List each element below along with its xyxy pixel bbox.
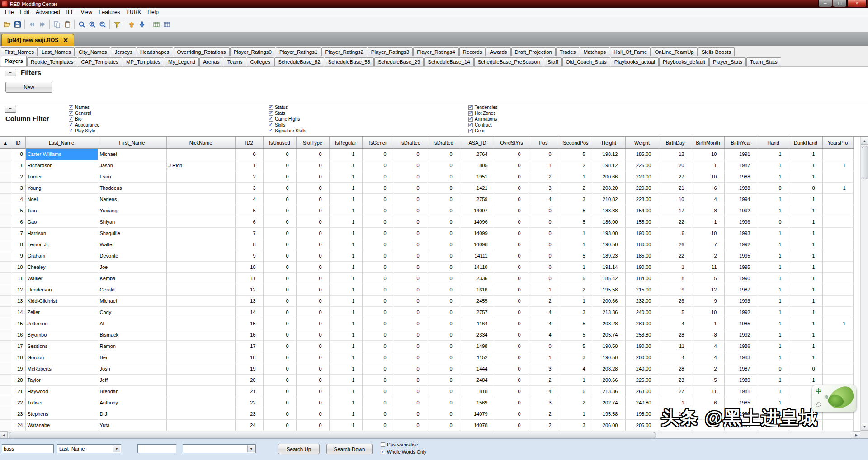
cell[interactable]: 0 [263,171,296,183]
checkbox[interactable] [468,123,473,127]
row-marker[interactable] [0,363,11,375]
cell[interactable]: 0 [427,205,460,216]
cell[interactable]: Shiyan [98,216,166,228]
row-marker[interactable] [0,375,11,386]
cell[interactable]: 0 [528,262,559,273]
cell[interactable]: 155.00 [625,216,659,228]
cell[interactable]: 0 [427,363,460,375]
cell[interactable]: Cody [98,307,166,318]
cell[interactable]: 14111 [460,250,495,262]
cell[interactable]: 1 [329,408,362,420]
cell[interactable]: 190.50 [593,239,625,250]
cell[interactable]: 4 [235,194,263,205]
cell[interactable]: 228.00 [625,194,659,205]
cell[interactable]: 1164 [460,318,495,329]
cell[interactable] [166,250,235,262]
cell[interactable]: 0 [495,318,528,329]
row-marker[interactable] [0,386,11,397]
cell[interactable]: 0 [362,307,394,318]
cell[interactable]: 0 [427,420,460,431]
cell[interactable]: 1 [559,228,593,239]
cell[interactable]: 1 [329,171,362,183]
cell[interactable]: Taylor [25,375,98,386]
cell[interactable]: Turner [25,171,98,183]
cell[interactable]: 5 [559,250,593,262]
search-up-button[interactable]: Search Up [278,444,320,454]
cell[interactable]: 0 [495,420,528,431]
cell[interactable]: 0 [394,228,427,239]
cell[interactable]: 1986 [724,341,758,352]
cell[interactable]: 26 [659,239,692,250]
cell[interactable]: 0 [296,250,329,262]
cell[interactable]: 1995 [724,250,758,262]
cell[interactable]: 0 [528,205,559,216]
cell[interactable] [166,171,235,183]
cell[interactable]: 10 [11,262,25,273]
cell[interactable]: 0 [362,250,394,262]
minimize-button[interactable]: ─ [818,0,832,7]
cell[interactable]: 1 [789,160,822,171]
cell[interactable]: 2 [11,171,25,183]
cell[interactable]: Ben [98,352,166,363]
cell[interactable]: 4 [528,329,559,341]
cell[interactable]: 5 [559,318,593,329]
cell[interactable]: 1 [329,329,362,341]
tab-staff[interactable]: Staff [544,57,561,66]
checkbox[interactable] [69,105,73,110]
cell[interactable]: 0 [296,408,329,420]
cell[interactable]: 0 [495,273,528,284]
column-header-isdrafted[interactable]: IsDrafted [427,137,460,149]
cell[interactable]: 1 [758,228,789,239]
cell[interactable]: 2 [559,160,593,171]
zoom-icon[interactable] [76,19,87,30]
cell[interactable]: 0 [263,228,296,239]
cell[interactable]: 208.28 [593,363,625,375]
nav-forward-icon[interactable] [37,19,47,30]
cell[interactable]: 12 [692,284,724,296]
cell[interactable]: 0 [495,183,528,194]
cell[interactable]: 1 [789,352,822,363]
cell[interactable]: 0 [758,183,789,194]
cell[interactable]: 1 [789,171,822,183]
cell[interactable]: 0 [362,171,394,183]
column-header-hand[interactable]: Hand [758,137,789,149]
cell[interactable]: 0 [427,239,460,250]
cell[interactable]: 0 [362,239,394,250]
cell[interactable]: 28 [659,329,692,341]
tab-city-names[interactable]: City_Names [75,47,111,56]
cell[interactable]: 0 [362,352,394,363]
tab-playbooks-default[interactable]: Playbooks_default [659,57,709,66]
cell[interactable]: Devonte [98,250,166,262]
cell[interactable]: 1987 [724,160,758,171]
column-filter-option[interactable]: Tendencies [468,104,498,110]
cell[interactable]: 8 [659,273,692,284]
cell[interactable] [166,307,235,318]
cell[interactable]: 1421 [460,183,495,194]
cell[interactable] [822,296,853,307]
cell[interactable] [166,216,235,228]
tab-records[interactable]: Records [459,47,486,56]
cell[interactable]: 0 [427,386,460,397]
cell[interactable] [822,171,853,183]
filter-funnel-icon[interactable] [112,19,122,30]
cell[interactable]: 0 [495,397,528,408]
cell[interactable]: Ramon [98,341,166,352]
scroll-right-arrow[interactable]: ▶ [853,431,860,439]
cell[interactable]: 0 [235,149,263,160]
row-marker[interactable] [0,171,11,183]
cell[interactable]: 22 [235,397,263,408]
checkbox[interactable] [69,123,73,127]
cell[interactable]: 0 [427,375,460,386]
cell[interactable]: 0 [263,160,296,171]
cell[interactable]: Yuta [98,420,166,431]
cell[interactable]: 198.12 [593,160,625,171]
cell[interactable]: 0 [427,397,460,408]
cell[interactable]: 4 [692,341,724,352]
cell[interactable]: 1 [559,296,593,307]
cell[interactable]: 0 [394,171,427,183]
cell[interactable]: 1 [758,375,789,386]
cell[interactable]: 0 [362,149,394,160]
sort-indicator-header[interactable]: ▲ [0,137,11,149]
row-marker[interactable] [0,262,11,273]
cell[interactable]: 2336 [460,273,495,284]
